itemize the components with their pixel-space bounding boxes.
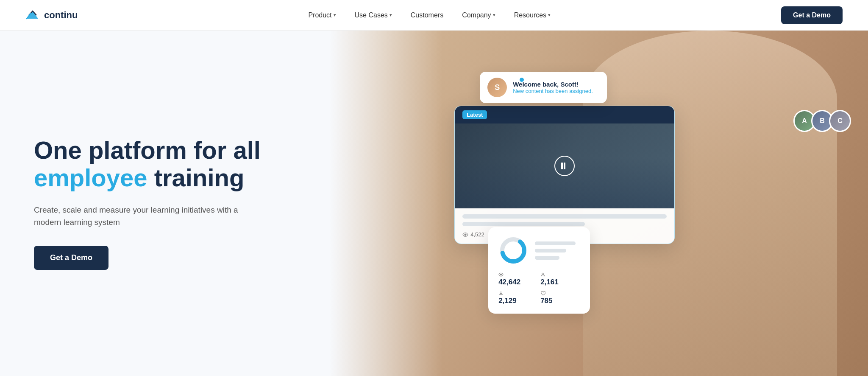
content-card: Latest	[454, 106, 675, 244]
hero-headline: One platform for all employee training	[34, 137, 454, 192]
hero-left: One platform for all employee training C…	[34, 137, 454, 270]
chevron-down-icon: ▾	[334, 12, 336, 18]
svg-point-2	[465, 233, 467, 236]
user-icon	[540, 272, 545, 277]
hero-section: One platform for all employee training C…	[0, 31, 868, 376]
svg-rect-0	[561, 163, 563, 169]
hero-subtext: Create, scale and measure your learning …	[34, 204, 254, 229]
stats-lines	[535, 241, 580, 260]
content-card-header: Latest	[455, 106, 674, 123]
content-title-bar	[462, 214, 667, 219]
avatar-3: C	[829, 110, 851, 132]
logo-icon	[25, 9, 40, 21]
stats-grid: 42,642 2,161 2,129	[498, 272, 580, 305]
logo-text: continu	[44, 10, 78, 21]
eye-icon	[498, 272, 504, 277]
play-button[interactable]	[554, 156, 575, 176]
stats-card: 42,642 2,161 2,129	[488, 227, 590, 314]
stats-line-2	[535, 249, 566, 253]
nav-item-use-cases[interactable]: Use Cases ▾	[347, 8, 400, 22]
svg-point-5	[500, 274, 502, 275]
svg-rect-1	[564, 163, 565, 169]
hero-cta-button[interactable]: Get a Demo	[34, 246, 108, 270]
notification-text: Welcome back, Scott! New content has bee…	[513, 81, 593, 94]
donut-chart	[498, 236, 528, 265]
stats-line-3	[535, 256, 559, 260]
stats-line-1	[535, 241, 575, 245]
content-card-video	[455, 123, 674, 208]
nav-item-customers[interactable]: Customers	[403, 8, 451, 22]
navbar: continu Product ▾ Use Cases ▾ Customers …	[0, 0, 868, 31]
nav-item-company[interactable]: Company ▾	[454, 8, 503, 22]
nav-item-resources[interactable]: Resources ▾	[506, 8, 558, 22]
stat-likes: 785	[540, 291, 580, 305]
play-icon	[560, 162, 569, 170]
stat-downloads: 2,129	[498, 291, 538, 305]
heart-icon	[540, 291, 545, 296]
chevron-down-icon: ▾	[493, 12, 495, 18]
notification-card: S Welcome back, Scott! New content has b…	[480, 72, 607, 103]
views-stat: 4,522	[462, 231, 484, 238]
svg-point-6	[542, 273, 544, 275]
nav-links: Product ▾ Use Cases ▾ Customers Company …	[300, 8, 558, 22]
eye-icon	[462, 232, 468, 238]
chevron-down-icon: ▾	[389, 12, 392, 18]
logo[interactable]: continu	[25, 9, 78, 21]
nav-item-product[interactable]: Product ▾	[300, 8, 343, 22]
chevron-down-icon: ▾	[548, 12, 551, 18]
stat-views: 42,642	[498, 272, 538, 286]
stat-users: 2,161	[540, 272, 580, 286]
content-sub-bar	[462, 222, 585, 226]
avatar-row: A B C	[798, 110, 851, 132]
avatar: S	[487, 78, 507, 97]
stats-donut-area	[498, 236, 580, 265]
nav-cta-button[interactable]: Get a Demo	[781, 6, 843, 24]
download-icon	[498, 291, 504, 296]
